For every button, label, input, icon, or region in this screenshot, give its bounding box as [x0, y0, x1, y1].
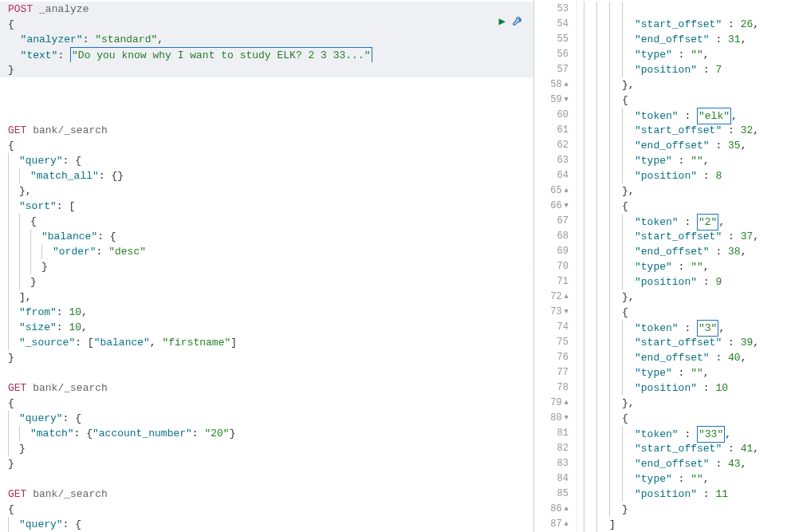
- code-line[interactable]: [0, 471, 533, 487]
- response-line[interactable]: {: [577, 199, 791, 214]
- response-line[interactable]: },: [577, 77, 791, 93]
- line-number: 59▼: [534, 93, 577, 108]
- code-line[interactable]: [0, 365, 533, 380]
- line-number: 64: [534, 168, 577, 183]
- code-line[interactable]: "order": "desc": [0, 244, 533, 259]
- code-line[interactable]: "balance": {: [0, 229, 533, 244]
- line-number: 72▲: [534, 290, 577, 305]
- response-line[interactable]: },: [577, 290, 791, 305]
- highlighted-token: "33": [697, 426, 725, 443]
- response-line[interactable]: "start_offset" : 41,: [577, 441, 791, 456]
- response-line[interactable]: "position" : 8: [577, 168, 791, 183]
- line-number: 55: [534, 32, 577, 47]
- code-line[interactable]: "match": {"account_number": "20"}: [0, 426, 533, 441]
- code-line[interactable]: "from": 10,: [0, 305, 533, 320]
- response-line[interactable]: {: [577, 305, 791, 320]
- fold-down-icon[interactable]: ▼: [565, 411, 569, 426]
- response-line[interactable]: "end_offset" : 40,: [577, 350, 791, 365]
- fold-up-icon[interactable]: ▲: [565, 77, 569, 93]
- fold-up-icon[interactable]: ▲: [565, 396, 569, 411]
- line-number: 69: [534, 244, 577, 259]
- code-line[interactable]: "match_all": {}: [0, 168, 533, 183]
- response-line[interactable]: }: [577, 502, 791, 517]
- panel-resize-handle[interactable]: ⋮: [529, 254, 534, 278]
- code-line[interactable]: }: [0, 350, 533, 365]
- response-line[interactable]: "end_offset" : 35,: [577, 138, 791, 153]
- response-line[interactable]: "position" : 7: [577, 62, 791, 77]
- response-line[interactable]: {: [577, 411, 791, 426]
- line-number: 68: [534, 229, 577, 244]
- request-editor[interactable]: ▶ POST _analyze{ "analyzer": "standard",…: [0, 0, 534, 532]
- code-line[interactable]: [0, 93, 533, 108]
- wrench-icon[interactable]: [512, 14, 524, 30]
- fold-up-icon[interactable]: ▲: [565, 290, 569, 305]
- fold-up-icon[interactable]: ▲: [565, 517, 569, 532]
- response-line[interactable]: "end_offset" : 31,: [577, 32, 791, 47]
- code-line[interactable]: {: [0, 214, 533, 229]
- code-line[interactable]: "sort": [: [0, 199, 533, 214]
- code-line[interactable]: {: [0, 17, 533, 32]
- http-method: GET: [8, 382, 26, 394]
- code-line[interactable]: }: [0, 456, 533, 471]
- code-line[interactable]: [0, 108, 533, 123]
- code-line[interactable]: "query": {: [0, 411, 533, 426]
- response-line[interactable]: "type" : "",: [577, 365, 791, 380]
- line-number: 53: [534, 2, 577, 17]
- http-method: GET: [8, 124, 26, 136]
- line-number: 84: [534, 471, 577, 487]
- response-line[interactable]: "start_offset" : 32,: [577, 123, 791, 138]
- code-line[interactable]: },: [0, 183, 533, 199]
- code-line[interactable]: GET bank/_search: [0, 380, 533, 396]
- response-line[interactable]: ]: [577, 517, 791, 532]
- response-line[interactable]: "position" : 11: [577, 487, 791, 502]
- fold-down-icon[interactable]: ▼: [565, 93, 569, 108]
- code-line[interactable]: "size": 10,: [0, 320, 533, 335]
- response-line[interactable]: "start_offset" : 26,: [577, 17, 791, 32]
- response-line[interactable]: "token" : "elk",: [577, 108, 791, 123]
- response-line[interactable]: "token" : "2",: [577, 214, 791, 229]
- fold-up-icon[interactable]: ▲: [565, 502, 569, 517]
- response-line[interactable]: },: [577, 183, 791, 199]
- code-line[interactable]: "text": "Do you know why I want to study…: [0, 47, 533, 62]
- code-line[interactable]: }: [0, 62, 533, 77]
- code-line[interactable]: {: [0, 502, 533, 517]
- response-line[interactable]: "position" : 9: [577, 274, 791, 290]
- response-line[interactable]: [577, 2, 791, 17]
- response-line[interactable]: "end_offset" : 38,: [577, 244, 791, 259]
- fold-down-icon[interactable]: ▼: [565, 199, 569, 214]
- fold-down-icon[interactable]: ▼: [565, 305, 569, 320]
- code-line[interactable]: "_source": ["balance", "firstname"]: [0, 335, 533, 350]
- code-line[interactable]: {: [0, 138, 533, 153]
- request-code-area[interactable]: POST _analyze{ "analyzer": "standard", "…: [0, 0, 533, 532]
- response-code-area[interactable]: "start_offset" : 26,"end_offset" : 31,"t…: [577, 0, 791, 532]
- response-line[interactable]: "type" : "",: [577, 47, 791, 62]
- code-line[interactable]: }: [0, 274, 533, 290]
- code-line[interactable]: }: [0, 259, 533, 274]
- response-line[interactable]: "start_offset" : 39,: [577, 335, 791, 350]
- code-line[interactable]: GET bank/_search: [0, 123, 533, 138]
- fold-up-icon[interactable]: ▲: [565, 183, 569, 199]
- line-number: 78: [534, 380, 577, 396]
- response-line[interactable]: },: [577, 396, 791, 411]
- code-line[interactable]: POST _analyze: [0, 2, 533, 17]
- code-line[interactable]: [0, 77, 533, 93]
- response-line[interactable]: "start_offset" : 37,: [577, 229, 791, 244]
- response-line[interactable]: {: [577, 93, 791, 108]
- response-line[interactable]: "position" : 10: [577, 380, 791, 396]
- response-line[interactable]: "end_offset" : 43,: [577, 456, 791, 471]
- code-line[interactable]: "query": {: [0, 517, 533, 532]
- response-line[interactable]: "type" : "",: [577, 153, 791, 168]
- code-line[interactable]: "analyzer": "standard",: [0, 32, 533, 47]
- code-line[interactable]: {: [0, 396, 533, 411]
- code-line[interactable]: GET bank/_search: [0, 487, 533, 502]
- play-icon[interactable]: ▶: [499, 14, 506, 30]
- code-line[interactable]: ],: [0, 290, 533, 305]
- code-line[interactable]: "query": {: [0, 153, 533, 168]
- line-number: 79▲: [534, 396, 577, 411]
- http-method: GET: [8, 488, 26, 500]
- code-line[interactable]: }: [0, 441, 533, 456]
- response-line[interactable]: "token" : "33",: [577, 426, 791, 441]
- response-line[interactable]: "type" : "",: [577, 259, 791, 274]
- response-line[interactable]: "type" : "",: [577, 471, 791, 487]
- response-line[interactable]: "token" : "3",: [577, 320, 791, 335]
